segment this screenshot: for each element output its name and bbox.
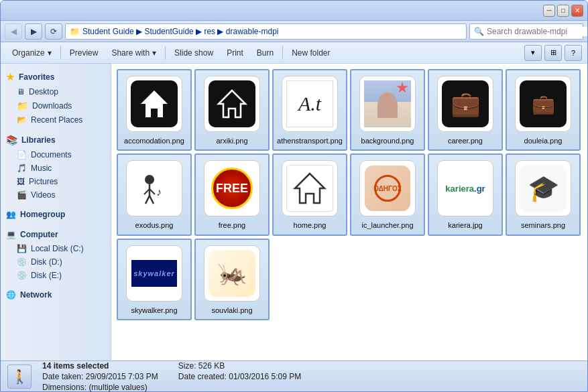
share-arrow-icon: ▾ xyxy=(152,48,156,58)
favorites-header[interactable]: ★ Favorites xyxy=(1,69,111,85)
sidebar-item-desktop[interactable]: 🖥 Desktop xyxy=(1,85,111,99)
file-item[interactable]: ♪ exodus.png xyxy=(117,153,192,235)
file-item[interactable]: 🦗souvlaki.png xyxy=(194,239,270,320)
music-label: Music xyxy=(31,164,52,173)
breadcrumb-text: Student Guide ▶ StudentGuide ▶ res ▶ dra… xyxy=(82,27,279,36)
file-thumbnail: kariera.gr xyxy=(437,160,493,216)
help-button[interactable]: ? xyxy=(565,45,582,61)
file-name: souvlaki.png xyxy=(211,306,252,315)
file-item[interactable]: accomodation.png xyxy=(117,69,192,151)
toolbar: Organize ▾ Preview Share with ▾ Slide sh… xyxy=(1,42,587,64)
downloads-label: Downloads xyxy=(32,101,72,111)
date-taken-value: 29/09/2015 7:03 PM xyxy=(86,372,158,381)
svg-line-7 xyxy=(150,196,154,204)
desktop-icon: 🖥 xyxy=(17,87,25,96)
sidebar-item-documents[interactable]: 📄 Documents xyxy=(1,148,111,161)
size-row: Size: 526 KB xyxy=(178,361,301,371)
search-box[interactable]: 🔍 xyxy=(469,23,583,40)
file-name: exodus.png xyxy=(135,220,174,230)
svg-line-6 xyxy=(145,196,150,204)
file-item[interactable]: 💼career.png xyxy=(428,69,503,151)
back-button[interactable]: ◀ xyxy=(5,23,22,40)
organize-label: Organize xyxy=(12,48,45,58)
file-name: career.png xyxy=(448,136,483,145)
svg-text:♪: ♪ xyxy=(156,186,162,198)
size-info: Size: 526 KB Date created: 01/03/2016 5:… xyxy=(178,361,301,392)
share-button[interactable]: Share with ▾ xyxy=(105,44,162,62)
status-icon: 🚶 xyxy=(7,365,32,389)
svg-point-2 xyxy=(145,175,154,184)
status-info: 14 items selected Date taken: 29/09/2015… xyxy=(42,361,301,392)
new-folder-button[interactable]: New folder xyxy=(286,44,336,62)
refresh-button[interactable]: ⟳ xyxy=(45,23,62,40)
homegroup-header[interactable]: 👥 Homegroup xyxy=(1,207,111,222)
date-taken-label: Date taken: xyxy=(42,372,83,381)
computer-header[interactable]: 💻 Computer xyxy=(1,227,111,242)
file-item[interactable]: home.png xyxy=(272,153,347,235)
sidebar-item-music[interactable]: 🎵 Music xyxy=(1,161,111,175)
sidebar-item-disk-c[interactable]: 💾 Local Disk (C:) xyxy=(1,242,111,255)
view-panel-button[interactable]: ⊞ xyxy=(544,45,562,61)
file-item[interactable]: 🎓seminars.png xyxy=(506,153,581,235)
file-item[interactable]: 💼douleia.png xyxy=(506,69,581,151)
file-item[interactable]: FREEfree.png xyxy=(194,153,270,235)
disk-c-label: Local Disk (C:) xyxy=(31,244,84,253)
recent-label: Recent Places xyxy=(31,115,82,125)
file-thumbnail: A.t xyxy=(282,76,338,132)
file-name: arxiki.png xyxy=(216,136,247,145)
videos-label: Videos xyxy=(31,190,55,200)
file-item[interactable]: arxiki.png xyxy=(194,69,270,151)
file-name: free.png xyxy=(219,220,245,230)
svg-marker-9 xyxy=(295,174,325,203)
organize-arrow-icon: ▾ xyxy=(48,48,52,58)
close-button[interactable]: ✕ xyxy=(571,5,583,17)
homegroup-section: 👥 Homegroup xyxy=(1,207,111,222)
star-icon: ★ xyxy=(6,72,15,82)
burn-button[interactable]: Burn xyxy=(251,44,280,62)
libraries-icon: 📚 xyxy=(6,135,17,145)
search-input[interactable] xyxy=(487,27,587,36)
file-item[interactable]: A.tathenstransport.png xyxy=(272,69,347,151)
file-item[interactable]: background.png xyxy=(350,69,425,151)
preview-button[interactable]: Preview xyxy=(64,44,105,62)
file-thumbnail xyxy=(204,76,260,132)
sidebar-item-videos[interactable]: 🎬 Videos xyxy=(1,188,111,202)
network-header[interactable]: 🌐 Network xyxy=(1,287,111,302)
computer-icon: 💻 xyxy=(6,230,16,239)
minimize-button[interactable]: ─ xyxy=(543,5,555,17)
toolbar-right: ▾ ⊞ ? xyxy=(524,45,582,61)
title-bar: ─ □ ✕ xyxy=(1,1,587,21)
file-item[interactable]: skywalkerskywalker.png xyxy=(117,239,192,320)
downloads-icon: 📁 xyxy=(17,101,28,111)
file-item[interactable]: kariera.grkariera.jpg xyxy=(428,153,503,235)
libraries-header[interactable]: 📚 Libraries xyxy=(1,132,111,148)
file-name: accomodation.png xyxy=(124,136,184,145)
file-item[interactable]: ΟΔΗΓΟΣ ic_launcher.png xyxy=(350,153,425,235)
file-thumbnail: skywalker xyxy=(126,245,182,302)
file-thumbnail xyxy=(126,76,182,132)
sidebar-item-disk-e[interactable]: 💿 Disk (E:) xyxy=(1,269,111,282)
slideshow-button[interactable]: Slide show xyxy=(168,44,219,62)
documents-icon: 📄 xyxy=(17,150,27,159)
address-bar: ◀ ▶ ⟳ 📁 Student Guide ▶ StudentGuide ▶ r… xyxy=(1,21,587,42)
view-dropdown-button[interactable]: ▾ xyxy=(524,45,542,61)
print-button[interactable]: Print xyxy=(221,44,249,62)
breadcrumb[interactable]: 📁 Student Guide ▶ StudentGuide ▶ res ▶ d… xyxy=(65,23,467,40)
dimensions-label: Dimensions: xyxy=(42,383,86,392)
computer-section: 💻 Computer 💾 Local Disk (C:) 💿 Disk (D:)… xyxy=(1,227,111,282)
share-label: Share with xyxy=(111,48,150,58)
file-name: kariera.jpg xyxy=(448,220,482,230)
maximize-button[interactable]: □ xyxy=(557,5,569,17)
sidebar-item-disk-d[interactable]: 💿 Disk (D:) xyxy=(1,255,111,269)
svg-marker-0 xyxy=(141,90,168,117)
sidebar-item-pictures[interactable]: 🖼 Pictures xyxy=(1,175,111,188)
sidebar-item-recent[interactable]: 📂 Recent Places xyxy=(1,113,111,127)
libraries-label: Libraries xyxy=(21,135,56,145)
organize-button[interactable]: Organize ▾ xyxy=(6,44,58,62)
selected-info: 14 items selected Date taken: 29/09/2015… xyxy=(42,361,158,392)
disk-d-icon: 💿 xyxy=(17,257,27,267)
sidebar-item-downloads[interactable]: 📁 Downloads xyxy=(1,99,111,113)
forward-button[interactable]: ▶ xyxy=(25,23,42,40)
date-created-row: Date created: 01/03/2016 5:09 PM xyxy=(178,372,301,381)
selected-label: 14 items selected xyxy=(42,361,158,371)
